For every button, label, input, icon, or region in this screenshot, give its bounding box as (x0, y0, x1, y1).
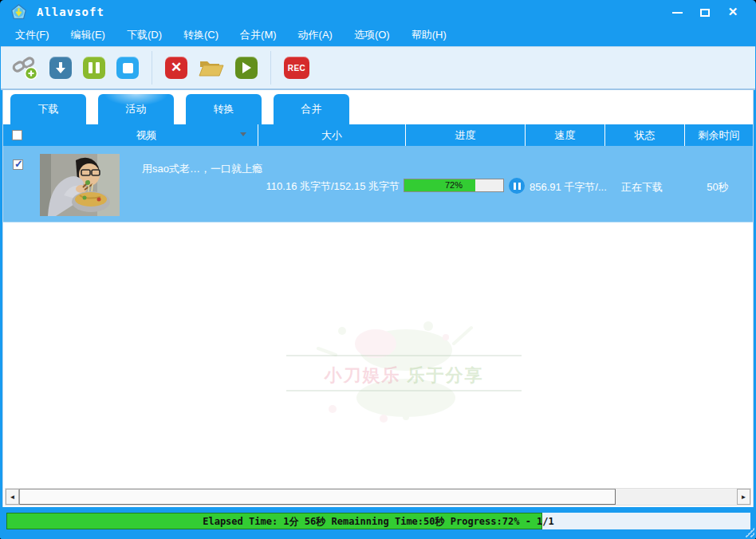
pause-indicator-icon[interactable] (509, 178, 525, 194)
download-arrow-icon (54, 61, 67, 74)
tab-bar: 下载 活动 转换 合并 (3, 90, 753, 124)
scrollbar-track[interactable] (616, 489, 737, 505)
minimize-button[interactable] (671, 5, 683, 19)
pause-button[interactable] (83, 57, 105, 79)
record-button[interactable]: REC (284, 57, 309, 79)
status-bar: Elapsed Time: 1分 56秒 Remainning Time:50秒… (0, 507, 756, 539)
app-window: Allavsoft ✕ 文件(F) 编辑(E) 下载(D) 转换(C) 合并(M… (0, 0, 756, 539)
app-logo-icon (10, 4, 27, 21)
delete-button[interactable]: ✕ (165, 57, 187, 79)
pause-icon (89, 62, 100, 73)
tab-activity[interactable]: 活动 (98, 94, 174, 124)
x-icon: ✕ (171, 61, 182, 74)
download-status: 正在下载 (602, 180, 682, 195)
video-thumbnail (40, 154, 120, 216)
scrollbar-thumb[interactable] (19, 489, 616, 505)
video-title: 用sao式老…，一口就上瘾 (142, 162, 262, 176)
column-header-progress[interactable]: 进度 (406, 124, 526, 146)
progress-percent: 72% (404, 180, 503, 190)
menu-help[interactable]: 帮助(H) (408, 26, 451, 44)
open-folder-button[interactable] (199, 57, 224, 78)
maximize-button[interactable] (699, 5, 711, 19)
menu-options[interactable]: 选项(O) (350, 26, 394, 44)
toolbar: ✕ REC (1, 46, 755, 90)
title-bar: Allavsoft ✕ (0, 0, 756, 24)
download-row[interactable]: 用sao式老…，一口就上瘾 110.16 兆字节/152.15 兆字节 72% … (3, 146, 753, 222)
menu-merge[interactable]: 合并(M) (236, 26, 281, 44)
watermark: 小刀娱乐 乐于分享 (286, 320, 522, 423)
close-button[interactable]: ✕ (727, 6, 738, 18)
tab-merge[interactable]: 合并 (274, 94, 349, 124)
tab-download[interactable]: 下载 (10, 94, 86, 124)
column-header-status[interactable]: 状态 (605, 124, 685, 146)
resize-grip[interactable] (745, 528, 754, 537)
app-title: Allavsoft (37, 6, 104, 18)
overall-progress-track: Elapsed Time: 1分 56秒 Remainning Time:50秒… (6, 513, 750, 529)
download-speed: 856.91 千字节/... (530, 180, 607, 195)
download-button[interactable] (49, 57, 72, 79)
select-all-cell (3, 124, 35, 146)
toolbar-separator (270, 51, 271, 85)
play-button[interactable] (235, 57, 258, 79)
minimize-icon (672, 12, 683, 14)
toolbar-separator (152, 51, 152, 85)
horizontal-scrollbar[interactable]: ◄ ► (5, 488, 751, 506)
scroll-left-button[interactable]: ◄ (6, 489, 19, 505)
rec-label: REC (288, 64, 306, 73)
column-header-speed[interactable]: 速度 (526, 124, 605, 146)
menu-bar: 文件(F) 编辑(E) 下载(D) 转换(C) 合并(M) 动作(A) 选项(O… (0, 24, 756, 46)
column-header-size[interactable]: 大小 (258, 124, 406, 146)
stop-icon (123, 63, 133, 73)
table-header: 视频 大小 进度 速度 状态 剩余时间 (3, 124, 753, 146)
menu-file[interactable]: 文件(F) (11, 26, 53, 44)
sort-dropdown-icon[interactable] (240, 132, 246, 136)
play-icon (241, 61, 252, 74)
menu-action[interactable]: 动作(A) (294, 26, 337, 44)
menu-edit[interactable]: 编辑(E) (67, 26, 109, 44)
scroll-right-button[interactable]: ► (737, 489, 750, 505)
progress-bar: 72% (404, 179, 504, 192)
add-url-button[interactable] (11, 55, 40, 81)
status-text: Elapsed Time: 1分 56秒 Remainning Time:50秒… (6, 515, 750, 529)
stop-button[interactable] (116, 57, 139, 79)
watermark-text: 小刀娱乐 乐于分享 (286, 364, 522, 388)
maximize-icon (700, 9, 710, 17)
download-size: 110.16 兆字节/152.15 兆字节 (255, 179, 400, 194)
window-controls: ✕ (671, 5, 738, 19)
menu-download[interactable]: 下载(D) (123, 26, 166, 44)
row-checkbox[interactable] (13, 159, 23, 170)
main-content: 下载 活动 转换 合并 视频 大小 进度 速度 状态 剩余时间 (2, 90, 754, 507)
column-header-remaining[interactable]: 剩余时间 (685, 124, 753, 146)
column-header-video[interactable]: 视频 (35, 124, 258, 146)
tab-convert[interactable]: 转换 (186, 94, 262, 124)
remaining-time: 50秒 (682, 180, 754, 195)
menu-convert[interactable]: 转换(C) (179, 26, 222, 44)
select-all-checkbox[interactable] (12, 130, 22, 140)
